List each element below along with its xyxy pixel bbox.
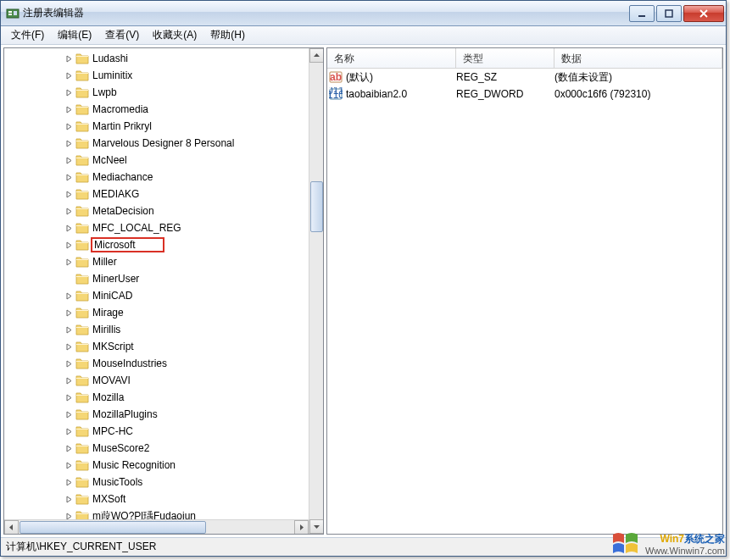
expand-icon[interactable] [64,494,74,504]
tree-item[interactable]: Lwpb [4,84,309,101]
values-body[interactable]: (默认)REG_SZ(数值未设置)taobaibian2.0REG_DWORD0… [327,69,722,534]
tree-item[interactable]: Microsoft [4,236,309,253]
tree-item-label: Ludashi [92,53,128,64]
minimize-button[interactable] [629,5,655,22]
expand-icon[interactable] [64,189,74,199]
tree-item[interactable]: MPC-HC [4,423,309,440]
expand-icon[interactable] [64,324,74,335]
tree-item[interactable]: Miller [4,253,309,270]
menubar: 文件(F) 编辑(E) 查看(V) 收藏夹(A) 帮助(H) [1,26,726,45]
tree-hscrollbar[interactable] [4,519,309,534]
tree-item[interactable]: Music Recognition [4,457,309,474]
svg-rect-4 [638,15,645,17]
folder-icon [75,459,89,471]
scroll-track-h[interactable] [19,520,294,535]
scroll-thumb-v[interactable] [310,181,323,232]
expand-icon[interactable] [64,172,74,182]
svg-rect-1 [8,11,12,13]
expand-icon[interactable] [64,443,74,453]
scroll-up-button[interactable] [309,48,324,63]
string-value-icon [329,70,343,84]
expand-icon[interactable] [64,240,74,250]
expand-icon[interactable] [64,341,74,352]
tree-item[interactable]: Marvelous Designer 8 Personal [4,135,309,152]
tree-item[interactable]: MFC_LOCAL_REG [4,219,309,236]
tree-item[interactable]: Mirillis [4,321,309,338]
value-type: REG_DWORD [456,88,554,100]
expand-icon[interactable] [64,291,74,301]
folder-icon [75,137,89,149]
expand-icon[interactable] [64,155,74,165]
menu-edit[interactable]: 编辑(E) [51,26,98,44]
value-row[interactable]: (默认)REG_SZ(数值未设置) [327,69,722,86]
tree-body[interactable]: LudashiLuminitixLwpbMacromediaMartin Pri… [4,48,309,519]
content-area: LudashiLuminitixLwpbMacromediaMartin Pri… [1,45,726,537]
values-panel: 名称 类型 数据 (默认)REG_SZ(数值未设置)taobaibian2.0R… [326,47,723,535]
tree-item[interactable]: m葭WQ?Pl瑀Fudaojun [4,507,309,519]
tree-item[interactable]: Ludashi [4,50,309,67]
tree-item[interactable]: MetaDecision [4,202,309,219]
tree-item[interactable]: MouseIndustries [4,355,309,372]
maximize-button[interactable] [656,5,682,22]
svg-rect-5 [666,10,672,17]
expand-icon[interactable] [64,104,74,114]
value-data: (数值未设置) [554,70,722,85]
tree-item[interactable]: MinerUser [4,270,309,287]
expand-icon[interactable] [64,257,74,267]
tree-item[interactable]: Mozilla [4,389,309,406]
window-title: 注册表编辑器 [23,6,627,20]
tree-item[interactable]: McNeel [4,152,309,169]
tree-item[interactable]: MiniCAD [4,287,309,304]
scroll-left-button[interactable] [4,520,19,535]
expand-icon[interactable] [64,206,74,216]
expand-icon[interactable] [64,477,74,487]
expand-icon[interactable] [64,308,74,318]
tree-item[interactable]: MEDIAKG [4,186,309,202]
menu-help[interactable]: 帮助(H) [203,26,252,44]
expand-icon[interactable] [64,426,74,436]
folder-icon [75,171,89,183]
tree-item[interactable]: MuseScore2 [4,440,309,457]
tree-item[interactable]: MusicTools [4,474,309,491]
expand-icon[interactable] [64,511,74,519]
tree-item-label: MEDIAKG [92,188,139,200]
tree-item-label: MXSoft [92,493,125,505]
tree-item[interactable]: Luminitix [4,67,309,84]
tree-item[interactable]: MozillaPlugins [4,406,309,423]
column-type[interactable]: 类型 [456,48,554,68]
expand-icon[interactable] [64,70,74,80]
close-button[interactable] [683,5,724,22]
expand-icon[interactable] [64,409,74,419]
value-row[interactable]: taobaibian2.0REG_DWORD0x000c16f6 (792310… [327,86,722,103]
scroll-track-v[interactable] [309,63,323,519]
menu-favorites[interactable]: 收藏夹(A) [146,26,203,44]
tree-item[interactable]: MOVAVI [4,372,309,389]
expand-icon[interactable] [64,223,74,233]
tree-item[interactable]: Mediachance [4,169,309,186]
expand-icon[interactable] [64,87,74,97]
expand-icon[interactable] [64,392,74,402]
expand-icon[interactable] [64,121,74,131]
menu-view[interactable]: 查看(V) [98,26,146,44]
column-data[interactable]: 数据 [554,48,722,68]
tree-item[interactable]: Mirage [4,304,309,321]
scroll-down-button[interactable] [309,519,324,534]
tree-item[interactable]: Macromedia [4,101,309,118]
titlebar[interactable]: 注册表编辑器 [1,1,726,26]
folder-icon [75,273,89,285]
expand-icon[interactable] [64,375,74,385]
folder-icon [75,476,89,488]
expand-icon[interactable] [64,460,74,470]
tree-item[interactable]: MKScript [4,338,309,355]
tree-vscrollbar[interactable] [309,48,323,534]
menu-file[interactable]: 文件(F) [4,26,51,44]
expand-icon[interactable] [64,358,74,369]
expand-icon[interactable] [64,53,74,64]
tree-item[interactable]: Martin Prikryl [4,118,309,135]
statusbar: 计算机\HKEY_CURRENT_USER [1,537,726,556]
scroll-right-button[interactable] [294,520,309,535]
expand-icon[interactable] [64,138,74,148]
scroll-thumb-h[interactable] [20,521,206,534]
tree-item[interactable]: MXSoft [4,491,309,507]
column-name[interactable]: 名称 [327,48,456,68]
